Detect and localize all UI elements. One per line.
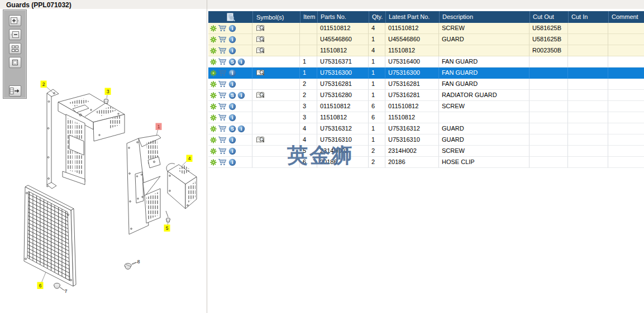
settings-gear-icon[interactable] bbox=[210, 81, 217, 88]
settings-gear-icon[interactable] bbox=[210, 103, 217, 110]
column-header-cut-in[interactable]: Cut In bbox=[568, 11, 608, 23]
settings-gear-icon[interactable] bbox=[210, 70, 217, 76]
table-row[interactable]: i 620186220186HOSE CLIP bbox=[208, 157, 644, 168]
row-actions: S i bbox=[208, 90, 252, 101]
toggle-panel-button[interactable] bbox=[9, 85, 21, 97]
tile-view-button[interactable] bbox=[9, 43, 21, 54]
cell-comment bbox=[608, 123, 644, 134]
table-row[interactable]: i 4U753163101U75316310GUARD bbox=[208, 134, 644, 146]
column-header-description[interactable]: Description bbox=[439, 11, 529, 23]
symbol-book-icon[interactable] bbox=[256, 69, 265, 77]
symbol-book-icon[interactable] bbox=[256, 92, 265, 99]
column-header-actions[interactable] bbox=[208, 11, 252, 23]
column-header-symbol-s[interactable]: Symbol(s) bbox=[252, 11, 300, 23]
cell-qty: 1 bbox=[369, 123, 385, 134]
diagram-callout-3[interactable]: 3 bbox=[105, 88, 111, 99]
info-icon[interactable]: i bbox=[228, 47, 236, 55]
info-icon[interactable]: i bbox=[237, 92, 245, 99]
svg-text:i: i bbox=[241, 93, 242, 98]
table-row[interactable]: i 30115108126011510812SCREW bbox=[208, 101, 644, 112]
add-to-cart-icon[interactable] bbox=[218, 36, 227, 43]
table-row[interactable]: S i 1U753163711U75316400FAN GUARD bbox=[208, 56, 644, 68]
diagram-callout-4[interactable]: 4 bbox=[182, 155, 193, 167]
svg-text:4: 4 bbox=[188, 156, 191, 161]
column-header-latest-part-no[interactable]: Latest Part No. bbox=[385, 11, 439, 23]
settings-gear-icon[interactable] bbox=[210, 25, 217, 32]
diagram-callout-6[interactable]: 6 bbox=[37, 272, 46, 289]
symbol-book-icon[interactable] bbox=[256, 136, 265, 144]
info-icon[interactable]: i bbox=[228, 147, 236, 155]
svg-text:i: i bbox=[232, 70, 233, 76]
add-to-cart-icon[interactable] bbox=[218, 92, 227, 99]
substitute-icon[interactable]: S bbox=[228, 125, 236, 133]
add-to-cart-icon[interactable] bbox=[218, 58, 227, 65]
diagram-callout-1[interactable]: 1 bbox=[156, 123, 162, 136]
add-to-cart-icon[interactable] bbox=[218, 158, 227, 166]
add-to-cart-icon[interactable] bbox=[218, 47, 227, 54]
settings-gear-icon[interactable] bbox=[210, 126, 217, 132]
info-icon[interactable]: i bbox=[237, 125, 245, 133]
symbol-book-icon[interactable] bbox=[256, 47, 265, 55]
add-to-cart-icon[interactable] bbox=[218, 147, 227, 155]
column-header-cut-out[interactable]: Cut Out bbox=[529, 11, 568, 23]
info-icon[interactable]: i bbox=[228, 25, 236, 32]
row-symbol-cell bbox=[252, 112, 300, 123]
table-row[interactable]: S i 4U753163121U75316312GUARD bbox=[208, 123, 644, 134]
add-to-cart-icon[interactable] bbox=[218, 103, 227, 110]
add-to-cart-icon[interactable] bbox=[218, 114, 227, 121]
add-to-cart-icon[interactable] bbox=[218, 136, 227, 143]
panel-splitter[interactable] bbox=[207, 0, 207, 313]
cell-comment bbox=[608, 157, 644, 168]
settings-gear-icon[interactable] bbox=[210, 159, 217, 166]
cell-comment bbox=[608, 23, 644, 34]
column-header-parts-no[interactable]: Parts No. bbox=[317, 11, 369, 23]
info-icon[interactable]: i bbox=[228, 114, 236, 122]
fit-view-button[interactable] bbox=[9, 57, 21, 68]
info-icon[interactable]: i bbox=[228, 136, 236, 144]
settings-gear-icon[interactable] bbox=[210, 114, 217, 121]
info-icon[interactable]: i bbox=[237, 58, 245, 66]
column-header-item[interactable]: Item bbox=[300, 11, 317, 23]
settings-gear-icon[interactable] bbox=[210, 137, 217, 143]
settings-gear-icon[interactable] bbox=[210, 59, 217, 65]
add-to-cart-icon[interactable] bbox=[218, 80, 227, 88]
diagram-callout-8: 8 bbox=[131, 259, 140, 265]
table-row[interactable]: i 311510812611510812 bbox=[208, 112, 644, 123]
settings-gear-icon[interactable] bbox=[210, 36, 217, 43]
cell-parts-no: U75316300 bbox=[317, 68, 369, 79]
settings-gear-icon[interactable] bbox=[210, 47, 217, 54]
table-row[interactable]: i U455468601U45546860GUARDU581625B bbox=[208, 34, 644, 45]
add-to-cart-icon[interactable] bbox=[218, 25, 227, 32]
info-icon[interactable]: i bbox=[228, 69, 236, 77]
zoom-out-button[interactable] bbox=[9, 29, 21, 40]
symbol-book-icon[interactable] bbox=[256, 25, 265, 32]
diagram-line-art bbox=[24, 89, 197, 290]
cell-item bbox=[300, 45, 317, 56]
diagram-callout-2[interactable]: 2 bbox=[41, 81, 55, 94]
settings-gear-icon[interactable] bbox=[210, 148, 217, 155]
add-to-cart-icon[interactable] bbox=[218, 69, 227, 76]
table-row[interactable]: i 0115108124011510812SCREWU581625B bbox=[208, 23, 644, 34]
info-icon[interactable]: i bbox=[228, 80, 236, 88]
info-icon[interactable]: i bbox=[228, 103, 236, 110]
table-row[interactable]: i 11510812411510812R002350B bbox=[208, 45, 644, 56]
table-row[interactable]: S i 2U753162801U75316281RADIATOR GUARD bbox=[208, 90, 644, 101]
table-row[interactable]: i 2U753162811U75316281FAN GUARD bbox=[208, 79, 644, 90]
substitute-icon[interactable]: S bbox=[228, 58, 236, 66]
add-to-cart-icon[interactable] bbox=[218, 125, 227, 132]
table-row[interactable]: i 52314H00222314H002SCREW bbox=[208, 146, 644, 157]
diagram-callout-5[interactable]: 5 bbox=[164, 222, 170, 232]
cell-parts-no: U75316281 bbox=[317, 79, 369, 90]
info-icon[interactable]: i bbox=[228, 36, 236, 44]
substitute-icon[interactable]: S bbox=[228, 92, 236, 99]
symbol-book-icon[interactable] bbox=[256, 36, 265, 44]
info-icon[interactable]: i bbox=[228, 158, 236, 166]
settings-gear-icon[interactable] bbox=[210, 92, 217, 99]
column-header-comment[interactable]: Comment bbox=[608, 11, 644, 23]
table-row[interactable]: i 1U753163001U75316300FAN GUARD bbox=[208, 68, 644, 79]
cell-item: 2 bbox=[300, 79, 317, 90]
zoom-in-button[interactable] bbox=[9, 15, 21, 26]
cell-latest-part-no: U75316312 bbox=[385, 123, 439, 134]
column-header-qty[interactable]: Qty. bbox=[369, 11, 385, 23]
cell-parts-no: U75316310 bbox=[317, 134, 369, 146]
